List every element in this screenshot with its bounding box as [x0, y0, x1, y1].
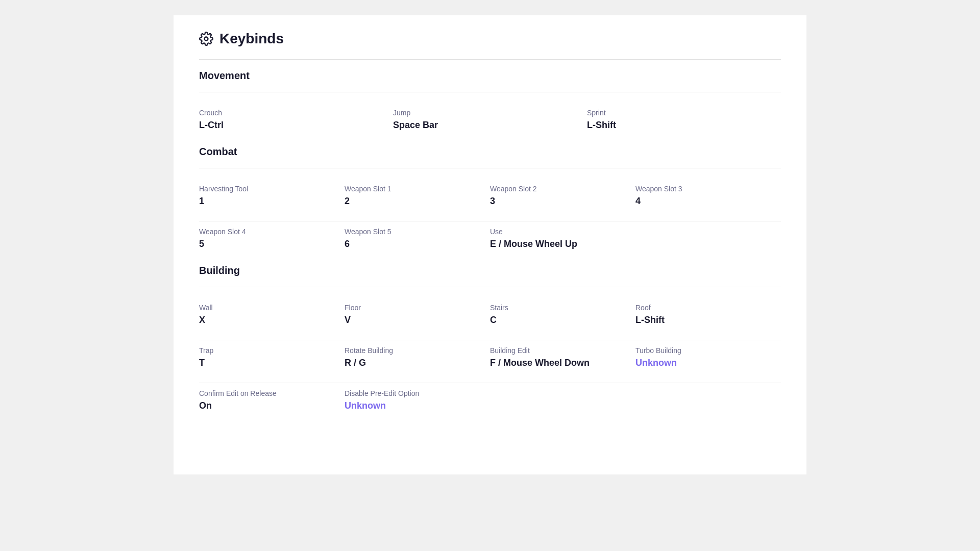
combat-title: Combat [199, 146, 781, 158]
building-title: Building [199, 265, 781, 277]
keybind-trap: Trap T [199, 340, 345, 379]
rotate-value: R / G [345, 358, 490, 368]
stairs-label: Stairs [490, 304, 635, 312]
weapon1-label: Weapon Slot 1 [345, 185, 490, 193]
turbo-label: Turbo Building [635, 346, 781, 355]
keybind-disable-pre-edit: Disable Pre-Edit Option Unknown [345, 383, 490, 421]
gear-icon [199, 32, 213, 46]
movement-section: Movement Crouch L-Ctrl Jump Space Bar Sp… [199, 70, 781, 141]
confirm-edit-value: On [199, 400, 345, 411]
building-section: Building Wall X Floor V Stairs C Roof L-… [199, 265, 781, 421]
header-divider [199, 59, 781, 60]
use-value: E / Mouse Wheel Up [490, 239, 635, 249]
keybind-jump: Jump Space Bar [393, 103, 587, 141]
movement-title: Movement [199, 70, 781, 82]
turbo-value: Unknown [635, 358, 781, 368]
rotate-label: Rotate Building [345, 346, 490, 355]
weapon5-value: 6 [345, 239, 490, 249]
jump-value: Space Bar [393, 120, 587, 131]
sprint-value: L-Shift [587, 120, 781, 131]
roof-value: L-Shift [635, 315, 781, 325]
crouch-label: Crouch [199, 109, 393, 117]
keybind-empty-2 [635, 383, 781, 421]
movement-divider [199, 92, 781, 92]
building-edit-label: Building Edit [490, 346, 635, 355]
harvesting-value: 1 [199, 196, 345, 207]
keybind-sprint: Sprint L-Shift [587, 103, 781, 141]
crouch-value: L-Ctrl [199, 120, 393, 131]
keybind-use: Use E / Mouse Wheel Up [490, 221, 635, 260]
keybind-building-edit: Building Edit F / Mouse Wheel Down [490, 340, 635, 379]
keybind-weapon1: Weapon Slot 1 2 [345, 179, 490, 217]
keybind-weapon5: Weapon Slot 5 6 [345, 221, 490, 260]
combat-section: Combat Harvesting Tool 1 Weapon Slot 1 2… [199, 146, 781, 260]
disable-pre-edit-label: Disable Pre-Edit Option [345, 389, 490, 397]
combat-divider [199, 168, 781, 168]
keybind-weapon4: Weapon Slot 4 5 [199, 221, 345, 260]
wall-value: X [199, 315, 345, 325]
keybind-crouch: Crouch L-Ctrl [199, 103, 393, 141]
disable-pre-edit-value: Unknown [345, 400, 490, 411]
building-row-3: Confirm Edit on Release On Disable Pre-E… [199, 383, 781, 421]
wall-label: Wall [199, 304, 345, 312]
keybind-weapon3: Weapon Slot 3 4 [635, 179, 781, 217]
keybind-stairs: Stairs C [490, 297, 635, 336]
sprint-label: Sprint [587, 109, 781, 117]
keybind-rotate: Rotate Building R / G [345, 340, 490, 379]
weapon4-value: 5 [199, 239, 345, 249]
stairs-value: C [490, 315, 635, 325]
weapon1-value: 2 [345, 196, 490, 207]
combat-row-1: Harvesting Tool 1 Weapon Slot 1 2 Weapon… [199, 179, 781, 217]
weapon3-label: Weapon Slot 3 [635, 185, 781, 193]
keybind-empty-combat [635, 221, 781, 260]
building-divider [199, 287, 781, 287]
combat-row-2: Weapon Slot 4 5 Weapon Slot 5 6 Use E / … [199, 221, 781, 260]
confirm-edit-label: Confirm Edit on Release [199, 389, 345, 397]
roof-label: Roof [635, 304, 781, 312]
floor-label: Floor [345, 304, 490, 312]
floor-value: V [345, 315, 490, 325]
keybind-harvesting: Harvesting Tool 1 [199, 179, 345, 217]
keybind-wall: Wall X [199, 297, 345, 336]
weapon2-label: Weapon Slot 2 [490, 185, 635, 193]
keybind-confirm-edit: Confirm Edit on Release On [199, 383, 345, 421]
page-title: Keybinds [219, 31, 284, 47]
page-header: Keybinds [199, 31, 781, 47]
weapon5-label: Weapon Slot 5 [345, 228, 490, 236]
weapon3-value: 4 [635, 196, 781, 207]
trap-label: Trap [199, 346, 345, 355]
movement-row-1: Crouch L-Ctrl Jump Space Bar Sprint L-Sh… [199, 103, 781, 141]
svg-point-0 [205, 37, 208, 41]
building-row-2: Trap T Rotate Building R / G Building Ed… [199, 340, 781, 379]
harvesting-label: Harvesting Tool [199, 185, 345, 193]
building-row-1: Wall X Floor V Stairs C Roof L-Shift [199, 297, 781, 336]
keybind-weapon2: Weapon Slot 2 3 [490, 179, 635, 217]
weapon4-label: Weapon Slot 4 [199, 228, 345, 236]
keybind-floor: Floor V [345, 297, 490, 336]
keybind-roof: Roof L-Shift [635, 297, 781, 336]
weapon2-value: 3 [490, 196, 635, 207]
trap-value: T [199, 358, 345, 368]
use-label: Use [490, 228, 635, 236]
jump-label: Jump [393, 109, 587, 117]
keybind-turbo: Turbo Building Unknown [635, 340, 781, 379]
page-container: Keybinds Movement Crouch L-Ctrl Jump Spa… [174, 15, 806, 474]
keybind-empty-1 [490, 383, 635, 421]
building-edit-value: F / Mouse Wheel Down [490, 358, 635, 368]
